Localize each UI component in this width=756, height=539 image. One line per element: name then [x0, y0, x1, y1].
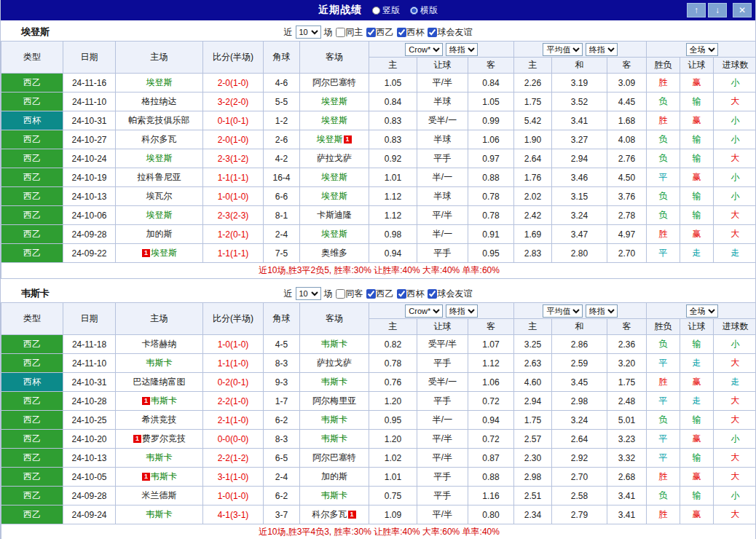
euro-home-odds: 2.63 [514, 354, 552, 373]
result-handicap: 输 [680, 335, 714, 354]
col-euro-away: 客 [607, 58, 647, 74]
table-row: 西乙 24-10-20 1费罗尔竞技 0-0(0-0) 8-3 韦斯卡 1.20… [1, 430, 756, 449]
result-outcome: 平 [647, 430, 680, 449]
league-filter-friendly[interactable]: 球会友谊 [428, 288, 473, 300]
league-cell: 西乙 [1, 168, 63, 187]
euro-stage-select[interactable]: 终指 [586, 43, 618, 56]
friendly-checkbox[interactable] [428, 289, 437, 299]
table-row: 西乙 24-09-28 米兰德斯 1-0(1-0) 6-2 韦斯卡 0.75 平… [1, 487, 756, 505]
scope-select[interactable]: 全场 [686, 304, 718, 318]
bookmaker-select[interactable]: Crow* [405, 43, 443, 56]
euro-draw-odds: 3.19 [552, 74, 607, 93]
liga-checkbox[interactable] [366, 28, 376, 37]
asian-handicap: 半球 [417, 130, 468, 149]
score-cell: 2-3(1-2) [203, 149, 264, 168]
result-handicap: 输 [680, 206, 714, 225]
match-count-select[interactable]: 10 [296, 287, 321, 300]
euro-stage-select[interactable]: 终指 [586, 304, 618, 318]
league-cell: 西乙 [1, 225, 63, 244]
league-filter-friendly[interactable]: 球会友谊 [428, 26, 473, 39]
league-filter-liga[interactable]: 西乙 [366, 26, 394, 39]
horizontal-layout-label: 横版 [420, 4, 438, 17]
league-filter-cup[interactable]: 西杯 [397, 288, 425, 300]
asian-home-odds: 0.78 [369, 354, 417, 373]
result-goals: 小 [714, 430, 756, 449]
home-team: 韦斯卡 [151, 396, 177, 406]
col-euro-draw: 和 [552, 58, 607, 74]
asian-handicap: 平手 [417, 487, 468, 505]
asian-handicap: 受半/一 [417, 111, 468, 130]
home-team: 科尔多瓦 [142, 134, 177, 144]
cup-checkbox[interactable] [397, 28, 406, 37]
move-down-button[interactable]: ↓ [708, 3, 727, 17]
away-team: 阿尔巴塞特 [312, 452, 356, 463]
asian-stage-select[interactable]: 终指 [446, 43, 478, 56]
euro-draw-odds: 3.24 [552, 206, 607, 225]
summary-row: 近10场,胜3平4负3, 胜率:30% 让胜率:40% 大率:60% 单率:40… [1, 524, 756, 539]
same-filter-checkbox[interactable] [336, 28, 345, 37]
same-venue-filter[interactable]: 同客 [336, 288, 363, 300]
layout-option-horizontal[interactable]: 横版 [410, 4, 438, 17]
result-outcome: 平 [647, 392, 680, 411]
match-date: 24-09-28 [63, 487, 116, 505]
result-outcome: 负 [647, 487, 680, 505]
asian-handicap: 半/一 [417, 225, 468, 244]
layout-option-vertical[interactable]: 竖版 [372, 4, 400, 17]
euro-home-odds: 1.90 [514, 130, 552, 149]
league-label: 西乙 [23, 433, 41, 444]
team-header-bar: 埃登斯 近 10 场 同主 西乙 西杯 球会 [1, 23, 755, 41]
close-button[interactable]: ✕ [733, 3, 752, 17]
average-odds-select[interactable]: 平均值 [543, 304, 583, 318]
away-cell: 韦斯卡 [300, 411, 369, 430]
liga-checkbox[interactable] [366, 289, 376, 299]
asian-handicap: 半球 [417, 93, 468, 111]
league-cell: 西乙 [1, 468, 63, 487]
team-section: 韦斯卡 近 10 场 同客 西乙 西杯 球会 [1, 285, 755, 539]
euro-draw-odds: 2.79 [552, 505, 607, 524]
corner-cell: 16-4 [264, 168, 300, 187]
score-cell: 1-0(1-0) [203, 487, 264, 505]
home-team: 希洪竞技 [142, 414, 177, 425]
league-filter-cup[interactable]: 西杯 [397, 26, 425, 39]
scope-select[interactable]: 全场 [686, 43, 718, 56]
away-cell: 埃登斯 [300, 168, 369, 187]
league-cell: 西乙 [1, 354, 63, 373]
result-handicap: 输 [680, 187, 714, 206]
same-venue-filter[interactable]: 同主 [336, 26, 363, 39]
same-filter-checkbox[interactable] [336, 289, 345, 299]
match-count-select[interactable]: 10 [296, 25, 321, 39]
euro-away-odds: 4.50 [607, 168, 647, 187]
league-cell: 西乙 [1, 74, 63, 93]
away-team: 科尔多瓦 [312, 509, 347, 519]
away-cell: 奥维多 [300, 244, 369, 263]
home-cell: 1费罗尔竞技 [116, 430, 203, 449]
vertical-layout-radio[interactable] [372, 7, 380, 15]
score-cell: 1-0(1-0) [203, 335, 264, 354]
away-team: 韦斯卡 [321, 339, 347, 349]
match-date: 24-11-10 [63, 93, 116, 111]
asian-handicap: 半球 [417, 187, 468, 206]
euro-draw-odds: 3.41 [552, 111, 607, 130]
league-filter-liga[interactable]: 西乙 [366, 288, 394, 300]
score-cell: 2-0(1-0) [203, 130, 264, 149]
score-cell: 1-0(1-0) [203, 187, 264, 206]
home-team: 米兰德斯 [142, 490, 177, 500]
move-up-button[interactable]: ↑ [687, 3, 706, 17]
asian-stage-select[interactable]: 终指 [446, 304, 478, 318]
team-section: 埃登斯 近 10 场 同主 西乙 西杯 球会 [1, 23, 755, 279]
asian-away-odds: 0.88 [468, 168, 514, 187]
asian-away-odds: 1.06 [468, 373, 514, 392]
friendly-checkbox[interactable] [428, 28, 437, 37]
bookmaker-select[interactable]: Crow* [405, 304, 443, 318]
cup-checkbox[interactable] [397, 289, 406, 299]
average-odds-select[interactable]: 平均值 [543, 43, 583, 56]
league-label: 西乙 [23, 471, 41, 481]
league-label: 西乙 [23, 191, 41, 201]
asian-home-odds: 0.82 [369, 335, 417, 354]
home-cell: 埃登斯 [116, 149, 203, 168]
corner-cell: 8-3 [264, 354, 300, 373]
horizontal-layout-radio[interactable] [410, 7, 418, 15]
match-date: 24-10-05 [63, 468, 116, 487]
table-row: 西杯 24-10-31 帕索竞技俱乐部 0-1(0-1) 1-2 埃登斯 0.8… [1, 111, 756, 130]
table-row: 西乙 24-11-10 格拉纳达 3-2(2-0) 5-5 埃登斯 0.84 半… [1, 93, 756, 111]
